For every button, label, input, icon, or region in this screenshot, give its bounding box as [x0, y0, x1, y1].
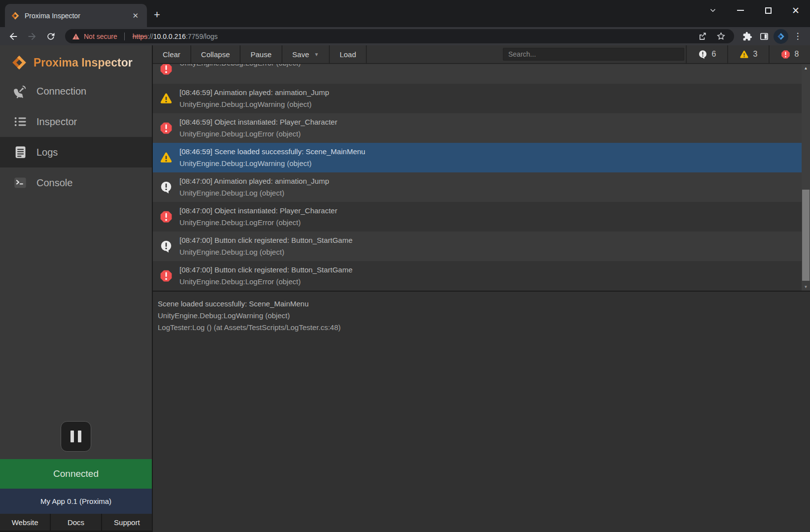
log-row[interactable]: [08:47:00] Object instantiated: Player_C…: [153, 202, 810, 232]
log-count-toggle[interactable]: 6: [686, 45, 727, 63]
collapse-button[interactable]: Collapse: [191, 45, 241, 63]
search-input[interactable]: [503, 48, 684, 61]
list-icon: [13, 114, 28, 129]
app-title: Proxima Inspector: [34, 56, 133, 69]
favicon-proxima-icon: [11, 11, 20, 20]
window-close-button[interactable]: ✕: [788, 3, 803, 18]
sidebar-item-label: Console: [36, 177, 72, 189]
save-button[interactable]: Save ▼: [282, 45, 330, 63]
warning-icon: [160, 84, 179, 113]
error-count-icon: [781, 50, 790, 59]
error-count-toggle[interactable]: 8: [769, 45, 810, 63]
not-secure-label: Not secure: [84, 33, 117, 40]
log-row[interactable]: UnityEngine.Debug:LogError (object): [153, 64, 810, 84]
sidebar-footer: Website Docs Support: [0, 514, 152, 531]
sidebar-item-inspector[interactable]: Inspector: [0, 106, 152, 137]
extensions-puzzle-icon[interactable]: [740, 29, 755, 44]
log-count-icon: [698, 50, 707, 59]
detail-source-line: LogTester:Log () (at Assets/TestScripts/…: [158, 322, 803, 333]
reload-button[interactable]: [42, 29, 59, 44]
omnibox-divider: [124, 33, 125, 40]
log-row[interactable]: [08:46:59] Object instantiated: Player_C…: [153, 113, 810, 143]
browser-tab[interactable]: Proxima Inspector ✕: [5, 4, 147, 27]
log-list: UnityEngine.Debug:LogError (object) [08:…: [153, 64, 810, 291]
pause-stream-button[interactable]: [61, 421, 91, 452]
log-row[interactable]: [08:46:59] Animation played: animation_J…: [153, 84, 810, 113]
log-row[interactable]: [08:47:00] Animation played: animation_J…: [153, 172, 810, 202]
tab-search-chevron-icon[interactable]: [705, 3, 720, 18]
tab-close-icon[interactable]: ✕: [130, 10, 141, 21]
window-maximize-button[interactable]: [761, 3, 775, 18]
connected-app-label: My App 0.1 (Proxima): [0, 489, 152, 514]
terminal-icon: [13, 175, 28, 190]
error-icon: [160, 202, 179, 232]
website-link[interactable]: Website: [0, 514, 50, 531]
warning-icon: [160, 143, 179, 172]
error-icon: [160, 64, 179, 84]
satellite-dish-icon: [13, 84, 28, 99]
proxima-logo-icon: [11, 54, 28, 71]
sidebar-item-connection[interactable]: Connection: [0, 76, 152, 106]
browser-toolbar: Not secure https://10.0.0.216:7759/logs …: [0, 27, 810, 45]
tab-title: Proxima Inspector: [25, 12, 125, 20]
forward-button[interactable]: [24, 29, 40, 44]
url-text: https://10.0.0.216:7759/logs: [133, 33, 218, 40]
warning-count-toggle[interactable]: 3: [727, 45, 769, 63]
log-row[interactable]: [08:47:00] Button click registered: Butt…: [153, 261, 810, 291]
log-row[interactable]: [08:47:00] Button click registered: Butt…: [153, 232, 810, 261]
logs-toolbar: Clear Collapse Pause Save ▼ Load 6 3 8: [153, 45, 810, 64]
app-logo: Proxima Inspector: [0, 45, 152, 76]
proxima-extension-icon[interactable]: [774, 29, 788, 44]
bookmark-star-icon[interactable]: [713, 29, 728, 44]
load-button[interactable]: Load: [330, 45, 367, 63]
sidebar: Proxima Inspector Connection: [0, 45, 153, 532]
connection-status-badge: Connected: [0, 459, 152, 489]
log-detail-panel: Scene loaded successfully: Scene_MainMen…: [153, 292, 810, 532]
browser-tabstrip: Proxima Inspector ✕ + ✕: [0, 0, 810, 27]
warning-count-icon: [740, 50, 749, 59]
error-icon: [160, 261, 179, 291]
browser-menu-kebab-icon[interactable]: ⋮: [790, 29, 805, 44]
sidebar-item-label: Logs: [36, 147, 58, 158]
window-minimize-button[interactable]: [733, 3, 748, 18]
not-secure-warning-icon: [72, 33, 80, 40]
clear-button[interactable]: Clear: [153, 45, 191, 63]
save-dropdown-caret-icon[interactable]: ▼: [314, 52, 319, 57]
error-icon: [160, 113, 179, 143]
pause-button[interactable]: Pause: [241, 45, 282, 63]
address-bar[interactable]: Not secure https://10.0.0.216:7759/logs: [65, 29, 734, 43]
scrollbar-thumb[interactable]: [802, 190, 810, 281]
sidebar-item-console[interactable]: Console: [0, 167, 152, 198]
new-tab-button[interactable]: +: [154, 8, 160, 21]
back-button[interactable]: [5, 29, 22, 44]
docs-link[interactable]: Docs: [50, 514, 101, 531]
logs-panel: Clear Collapse Pause Save ▼ Load 6 3 8: [153, 45, 810, 532]
scrollbar-down-arrow[interactable]: ▼: [802, 283, 810, 291]
scrollbar-up-arrow[interactable]: ▲: [802, 64, 810, 72]
info-bubble-icon: [160, 232, 179, 261]
info-bubble-icon: [160, 172, 179, 202]
detail-message: Scene loaded successfully: Scene_MainMen…: [158, 298, 803, 310]
detail-stack-line: UnityEngine.Debug:LogWarning (object): [158, 310, 803, 322]
pause-icon: [70, 431, 74, 442]
support-link[interactable]: Support: [101, 514, 152, 531]
log-row-selected[interactable]: [08:46:59] Scene loaded successfully: Sc…: [153, 143, 810, 172]
side-panel-icon[interactable]: [757, 29, 772, 44]
document-icon: [13, 145, 28, 160]
log-list-scrollbar[interactable]: ▲ ▼: [802, 64, 810, 291]
sidebar-item-logs[interactable]: Logs: [0, 137, 152, 167]
sidebar-item-label: Connection: [36, 86, 86, 97]
sidebar-item-label: Inspector: [36, 116, 77, 128]
share-icon[interactable]: [695, 29, 709, 44]
